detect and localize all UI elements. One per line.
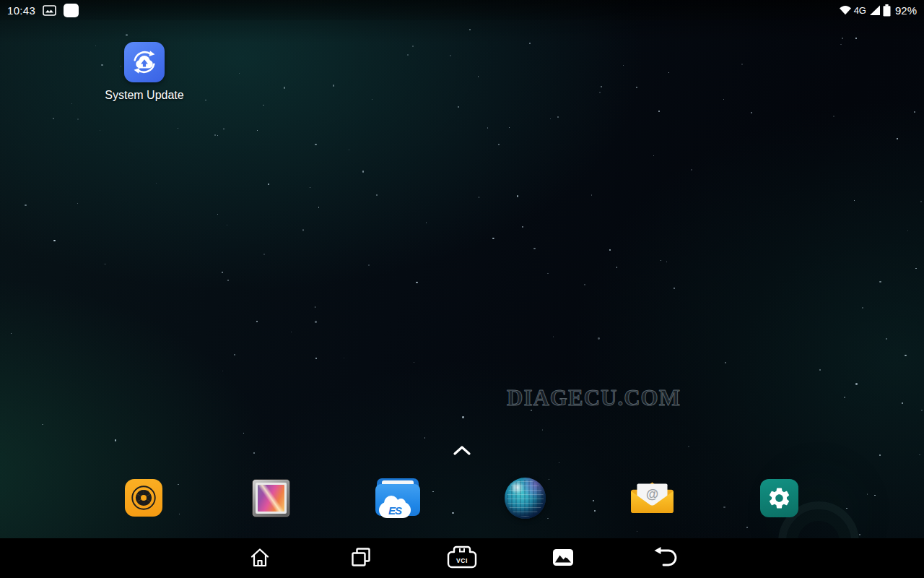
screenshot-button[interactable] — [513, 538, 614, 578]
settings-gear-icon — [760, 479, 798, 517]
network-type-label: 4G — [854, 5, 866, 16]
dock-app-email[interactable]: @ — [588, 472, 715, 524]
camera-icon — [125, 479, 162, 517]
gallery-icon — [252, 479, 290, 517]
dock-app-file-explorer[interactable]: ES — [334, 472, 461, 524]
cellular-signal-icon — [869, 5, 881, 16]
home-icon — [249, 547, 271, 570]
home-screen: 10:43 4G — [0, 0, 924, 578]
system-update-icon — [124, 42, 165, 82]
battery-icon — [883, 4, 891, 17]
app-drawer-chevron[interactable] — [453, 444, 471, 457]
recents-icon — [351, 547, 371, 569]
app-system-update-label: System Update — [101, 89, 188, 102]
app-notification-icon — [64, 4, 79, 17]
wifi-icon — [839, 5, 852, 15]
back-arrow-icon — [652, 546, 677, 571]
dock: ES @ — [80, 472, 842, 524]
home-button[interactable] — [209, 538, 310, 578]
es-logo-text: ES — [388, 504, 401, 517]
dock-app-browser[interactable] — [461, 472, 588, 524]
status-bar-right: 4G 92% — [839, 4, 917, 17]
email-at-glyph: @ — [645, 487, 658, 501]
watermark-text: DIAGECU.COM — [507, 385, 666, 411]
back-button[interactable] — [614, 538, 715, 578]
recents-button[interactable] — [310, 538, 411, 578]
status-bar-left: 10:43 — [7, 4, 79, 17]
vci-button[interactable]: VCI — [411, 538, 513, 578]
clock: 10:43 — [7, 4, 35, 17]
vci-device-icon: VCI — [446, 545, 478, 572]
screenshot-notification-icon — [43, 5, 56, 16]
navigation-bar: VCI — [0, 538, 924, 578]
es-file-explorer-icon: ES — [375, 478, 420, 517]
browser-globe-icon — [505, 478, 546, 519]
dock-app-gallery[interactable] — [207, 472, 334, 524]
app-system-update[interactable]: System Update — [101, 42, 188, 102]
vci-label: VCI — [456, 557, 468, 564]
status-bar[interactable]: 10:43 4G — [0, 0, 924, 20]
dock-app-camera[interactable] — [80, 472, 207, 524]
dock-app-settings[interactable] — [715, 472, 842, 524]
email-icon: @ — [631, 480, 674, 516]
photo-icon — [552, 548, 574, 569]
battery-percent-label: 92% — [895, 4, 917, 17]
